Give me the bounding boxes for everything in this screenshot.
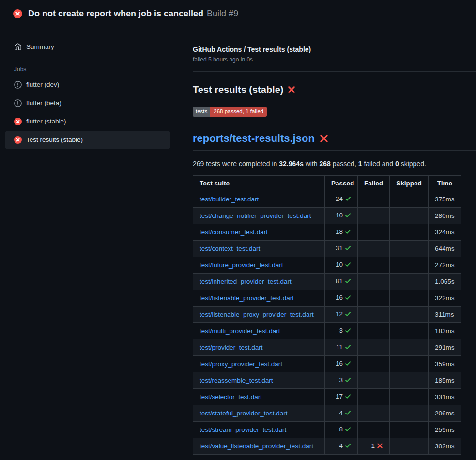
suite-link[interactable]: test/builder_test.dart [200, 196, 259, 203]
suite-link[interactable]: test/provider_test.dart [200, 344, 263, 351]
sidebar-job-test-results-stable[interactable]: Test results (stable) [5, 131, 170, 149]
time-cell: 206ms [429, 405, 461, 422]
suite-link[interactable]: test/inherited_provider_test.dart [200, 278, 292, 285]
skipped-cell [390, 191, 429, 208]
x-circle-icon [14, 136, 22, 144]
stop-circle-icon [14, 99, 22, 107]
passed-cell: 4 [325, 405, 358, 422]
table-row: test/value_listenable_provider_test.dart… [193, 438, 461, 455]
check-icon [345, 245, 351, 253]
section-title: Test results (stable) [193, 84, 461, 95]
summary-text: with [304, 160, 320, 168]
check-icon [345, 327, 351, 335]
table-row: test/provider_test.dart11291ms [193, 339, 461, 356]
check-icon [345, 377, 351, 384]
suite-link[interactable]: test/listenable_proxy_provider_test.dart [200, 311, 314, 318]
failed-cell [358, 339, 390, 356]
sidebar-item-summary[interactable]: Summary [5, 39, 170, 55]
failed-cell [358, 241, 390, 257]
build-number: Build #9 [207, 9, 238, 18]
suite-link[interactable]: test/context_test.dart [200, 245, 260, 252]
report-file-link[interactable]: reports/test-results.json [193, 132, 315, 145]
sidebar-job-flutter-stable[interactable]: flutter (stable) [5, 112, 170, 131]
count-value: 18 [336, 228, 343, 235]
skipped-cell [390, 323, 429, 339]
time-cell: 302ms [429, 438, 461, 455]
time-cell: 311ms [429, 307, 461, 323]
table-row: test/reassemble_test.dart3185ms [193, 372, 461, 389]
table-row: test/stateful_provider_test.dart4206ms [193, 405, 461, 422]
failed-cell [358, 191, 390, 208]
count-value: 16 [336, 294, 343, 301]
report-heading: reports/test-results.json [193, 132, 476, 151]
suite-link[interactable]: test/proxy_provider_test.dart [200, 360, 282, 368]
time-cell: 322ms [429, 290, 461, 307]
skipped-cell [390, 274, 429, 290]
failed-cell [358, 208, 390, 224]
summary-text: passed, [331, 160, 358, 168]
check-icon [345, 278, 351, 286]
failed-cell [358, 323, 390, 339]
table-row: test/selector_test.dart17331ms [193, 389, 461, 405]
passed-cell: 10 [325, 208, 358, 224]
x-mark-icon [320, 134, 328, 143]
summary-value: 0 [395, 160, 399, 168]
failed-cell [358, 356, 390, 372]
skipped-cell [390, 372, 429, 389]
suite-cell: test/reassemble_test.dart [193, 372, 325, 389]
table-row: test/listenable_proxy_provider_test.dart… [193, 307, 461, 323]
passed-cell: 3 [325, 372, 358, 389]
suite-cell: test/listenable_provider_test.dart [193, 290, 325, 307]
column-header-passed: Passed [325, 176, 358, 191]
suite-link[interactable]: test/multi_provider_test.dart [200, 327, 280, 335]
time-cell: 324ms [429, 224, 461, 241]
stop-circle-icon [14, 81, 22, 89]
sidebar-job-flutter-dev[interactable]: flutter (dev) [5, 76, 170, 94]
column-header-test-suite: Test suite [193, 176, 325, 191]
table-row: test/stream_provider_test.dart8259ms [193, 422, 461, 438]
skipped-cell [390, 290, 429, 307]
suite-link[interactable]: test/listenable_provider_test.dart [200, 294, 294, 302]
passed-cell: 8 [325, 422, 358, 438]
suite-link[interactable]: test/stateful_provider_test.dart [200, 410, 288, 417]
failed-cell [358, 405, 390, 422]
table-body: test/builder_test.dart24375mstest/change… [193, 191, 461, 455]
sidebar-job-flutter-beta[interactable]: flutter (beta) [5, 94, 170, 112]
failed-cell [358, 257, 390, 274]
table-row: test/consumer_test.dart18324ms [193, 224, 461, 241]
suite-link[interactable]: test/selector_test.dart [200, 393, 262, 400]
passed-cell: 11 [325, 339, 358, 356]
time-cell: 185ms [429, 372, 461, 389]
check-icon [345, 261, 351, 269]
count-value: 10 [336, 261, 343, 268]
count-value: 3 [339, 327, 343, 334]
skipped-cell [390, 339, 429, 356]
summary-text: 269 tests were completed in [193, 160, 279, 168]
suite-link[interactable]: test/future_provider_test.dart [200, 261, 283, 269]
skipped-cell [390, 241, 429, 257]
suite-link[interactable]: test/consumer_test.dart [200, 229, 268, 236]
sidebar-summary-label: Summary [26, 43, 54, 50]
suite-cell: test/builder_test.dart [193, 191, 325, 208]
page-title: Do not create report when job is cancell… [28, 8, 238, 19]
skipped-cell [390, 257, 429, 274]
table-row: test/context_test.dart31644ms [193, 241, 461, 257]
passed-cell: 3 [325, 323, 358, 339]
check-icon [345, 212, 351, 220]
suite-cell: test/change_notifier_provider_test.dart [193, 208, 325, 224]
skipped-cell [390, 438, 429, 455]
suite-link[interactable]: test/value_listenable_provider_test.dart [200, 443, 313, 450]
suite-link[interactable]: test/stream_provider_test.dart [200, 426, 286, 433]
run-meta: failed 5 hours ago in 0s [193, 56, 461, 63]
suite-link[interactable]: test/change_notifier_provider_test.dart [200, 212, 311, 219]
check-icon [345, 426, 351, 434]
count-value: 24 [336, 195, 343, 202]
count-value: 81 [336, 277, 343, 285]
count-value: 16 [336, 360, 343, 367]
check-icon [345, 360, 351, 368]
suite-cell: test/selector_test.dart [193, 389, 325, 405]
passed-cell: 17 [325, 389, 358, 405]
count-value: 10 [336, 212, 343, 219]
check-icon [345, 443, 351, 450]
suite-link[interactable]: test/reassemble_test.dart [200, 377, 273, 384]
